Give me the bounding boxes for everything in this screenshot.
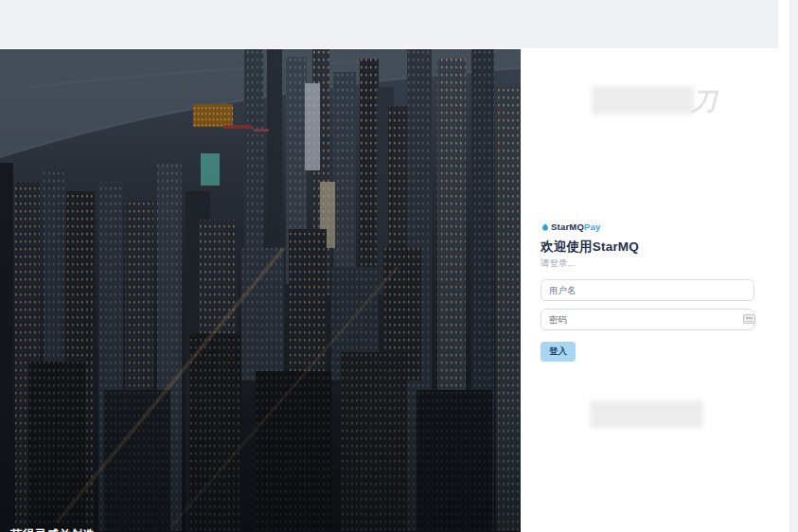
- top-header-bar: [0, 0, 778, 48]
- password-input[interactable]: [541, 309, 754, 330]
- login-panel: 刀 StarMQPay 欢迎使用StarMQ 请登录... 登入: [521, 49, 778, 532]
- welcome-subtitle: 请登录...: [541, 257, 575, 270]
- brand-name-primary: StarMQ: [551, 222, 584, 232]
- username-input[interactable]: [541, 279, 754, 301]
- keyboard-icon[interactable]: [743, 314, 755, 324]
- vertical-scrollbar[interactable]: [789, 0, 798, 532]
- brand-name-accent: Pay: [584, 222, 601, 232]
- redacted-watermark-top: [592, 86, 694, 115]
- redacted-watermark-bottom: [590, 400, 703, 428]
- watermark-ghost-glyph: 刀: [691, 84, 717, 118]
- brand-logo: StarMQPay: [541, 222, 601, 232]
- drop-icon: [541, 223, 549, 231]
- city-photo: 获得灵感并创造. Copyright © 2023: [0, 49, 521, 532]
- city-skyline-graphic: [0, 49, 521, 532]
- welcome-title: 欢迎使用StarMQ: [541, 239, 639, 256]
- login-button[interactable]: 登入: [541, 342, 576, 362]
- hero-tagline: 获得灵感并创造.: [10, 527, 98, 532]
- login-page: 获得灵感并创造. Copyright © 2023 刀 StarMQPay 欢迎…: [0, 0, 798, 532]
